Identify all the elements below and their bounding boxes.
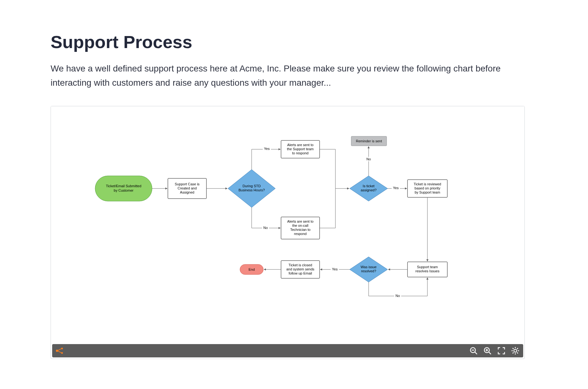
node-std-hours[interactable]: During STD Business Hours? [228, 170, 275, 207]
edge-std-no [252, 207, 280, 228]
node-alerts-oncall[interactable]: Alerts are sent to the on-call Technicia… [281, 217, 320, 239]
node-is-assigned[interactable]: Is ticket assigned? [350, 176, 388, 201]
svg-line-32 [517, 352, 518, 353]
page-intro: We have a well defined support process h… [51, 62, 525, 90]
page-title: Support Process [51, 32, 537, 52]
node-alerts-oncall-line1: Alerts are sent to [287, 219, 313, 223]
node-std-hours-line2: Business Hours? [238, 188, 265, 192]
node-end[interactable]: End [240, 264, 263, 275]
node-alerts-support-line1: Alerts are sent to [287, 143, 313, 147]
svg-point-16 [61, 352, 63, 354]
node-alerts-oncall-line4: respond [294, 232, 307, 236]
node-start-line2: by Customer [114, 188, 134, 192]
node-reviewed-line1: Ticket is reviewed [413, 182, 441, 186]
edge-wasresolved-no [369, 278, 427, 296]
node-closed-line3: follow up Email [289, 271, 312, 275]
edge-std-yes [252, 149, 280, 170]
node-reviewed-line3: by Support team [415, 190, 440, 194]
node-alerts-support-line3: to respond [292, 151, 309, 155]
svg-line-34 [513, 352, 514, 353]
node-closed[interactable]: Ticket is closed and system sends follow… [281, 261, 320, 278]
edge-assigned-no-label: No [366, 157, 371, 161]
node-case-created-line3: Assigned [180, 190, 194, 194]
node-end-line1: End [248, 268, 255, 271]
svg-point-26 [514, 349, 517, 352]
edge-assigned-yes-label: Yes [393, 186, 399, 190]
svg-point-15 [61, 348, 63, 349]
edge-alerts-oncall-join [320, 188, 335, 228]
node-was-resolved-line1: Was issue [361, 265, 377, 269]
node-alerts-oncall-line3: Technician to [290, 228, 310, 232]
node-start[interactable]: Ticket/Email Submitted by Customer [95, 176, 152, 201]
node-resolves-line2: resolves Issues [415, 269, 439, 273]
gear-icon[interactable] [511, 346, 520, 355]
svg-line-23 [489, 352, 491, 354]
node-case-created[interactable]: Support Case is Created and Assigned [168, 178, 206, 199]
diagram-frame: Ticket/Email Submitted by Customer Suppo… [51, 106, 525, 359]
node-alerts-oncall-line2: the on-call [292, 224, 309, 227]
node-is-assigned-line1: Is ticket [363, 184, 374, 188]
fullscreen-icon[interactable] [497, 346, 506, 355]
node-resolves[interactable]: Support team resolves Issues [407, 262, 447, 277]
svg-line-17 [58, 349, 61, 350]
zoom-out-icon[interactable] [469, 346, 478, 355]
node-reviewed-line2: based on priority [414, 186, 440, 190]
svg-point-14 [56, 349, 58, 352]
share-icon[interactable] [55, 346, 65, 355]
node-std-hours-line1: During STD [242, 184, 261, 188]
node-reminder[interactable]: Reminder is sent [351, 136, 387, 146]
node-reviewed[interactable]: Ticket is reviewed based on priority by … [407, 180, 447, 197]
node-is-assigned-line2: assigned? [361, 188, 377, 192]
node-was-resolved-line2: resolved? [361, 269, 376, 273]
edge-std-yes-label: Yes [264, 147, 270, 151]
node-case-created-line2: Created and [178, 186, 197, 190]
node-alerts-support-line2: the Support team [287, 147, 314, 151]
node-was-resolved[interactable]: Was issue resolved? [350, 257, 388, 282]
zoom-in-icon[interactable] [483, 346, 492, 355]
diagram-canvas[interactable]: Ticket/Email Submitted by Customer Suppo… [51, 106, 524, 343]
page-root: Support Process We have a well defined s… [0, 0, 588, 389]
node-reminder-line1: Reminder is sent [356, 139, 382, 143]
node-start-line1: Ticket/Email Submitted [106, 184, 141, 188]
node-alerts-support[interactable]: Alerts are sent to the Support team to r… [281, 140, 320, 158]
edge-wasresolved-no-label: No [395, 294, 400, 298]
node-case-created-line1: Support Case is [175, 182, 200, 186]
edge-alerts-support-assigned [320, 149, 349, 188]
svg-line-18 [58, 351, 61, 352]
node-closed-line1: Ticket is closed [289, 263, 312, 267]
node-closed-line2: and system sends [286, 267, 315, 271]
node-resolves-line1: Support team [417, 265, 438, 269]
svg-line-20 [475, 352, 477, 354]
svg-line-33 [517, 348, 518, 349]
edge-wasresolved-yes-label: Yes [332, 267, 338, 271]
svg-line-31 [513, 348, 514, 349]
diagram-toolbar [52, 344, 523, 357]
edge-std-no-label: No [263, 226, 268, 230]
